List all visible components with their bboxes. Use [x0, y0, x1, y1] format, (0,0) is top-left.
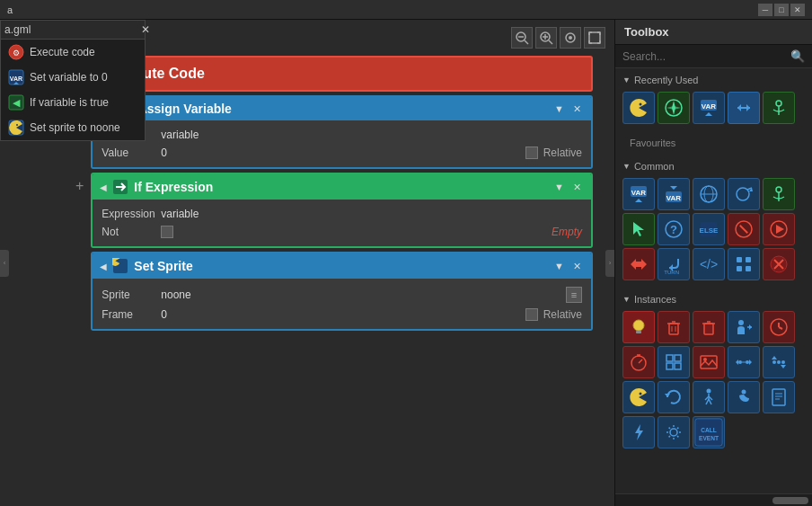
toolbox-icon-common-var-up[interactable]: VAR [658, 178, 690, 210]
add-before-if-button[interactable]: + [72, 174, 87, 198]
toolbox-icon-trash2[interactable] [693, 311, 725, 343]
svg-text:⚙: ⚙ [13, 49, 20, 58]
assign-relative-label: Relative [543, 146, 582, 159]
svg-rect-73 [746, 266, 751, 271]
toolbox-icon-question[interactable]: ? [658, 213, 690, 245]
toolbox-icon-person-arrow[interactable] [728, 311, 760, 343]
fit-screen-button[interactable] [584, 27, 605, 49]
svg-line-92 [779, 327, 782, 329]
assign-value-label: Value [102, 146, 155, 159]
bottom-scroll-thumb[interactable] [772, 497, 808, 504]
toolbox-icon-play[interactable] [763, 213, 795, 245]
close-button[interactable]: ✕ [790, 4, 805, 16]
toolbox-icon-paper[interactable] [763, 381, 795, 413]
dropdown-item-set-sprite[interactable]: Set sprite to noone [1, 115, 145, 140]
toolbox-icon-dots-arrows[interactable] [728, 346, 760, 378]
toolbox-icon-pacman[interactable] [622, 92, 655, 124]
toolbox-icon-grid-dots[interactable] [728, 248, 760, 280]
if-collapse-icon[interactable]: ◀ [100, 182, 107, 192]
toolbox-favourites-section: Favourites [615, 131, 812, 155]
toolbox-icon-common-var-down[interactable]: VAR [622, 178, 655, 210]
dropdown-item-set-variable[interactable]: VAR Set variable to 0 [1, 65, 145, 90]
set-variable-icon: VAR [8, 69, 24, 85]
zoom-in-button[interactable] [535, 27, 557, 49]
if-expression-dropdown-button[interactable]: ▼ [552, 181, 567, 194]
toolbox-search-input[interactable] [622, 50, 787, 63]
toolbox-icon-double-arrow[interactable] [622, 248, 655, 280]
toolbox-icon-else[interactable]: ELSE [693, 213, 725, 245]
dropdown-search: ✕ [1, 21, 145, 40]
toolbox-icon-code[interactable]: </> [693, 248, 725, 280]
toolbox-icon-grid2[interactable] [658, 346, 690, 378]
assign-variable-close-button[interactable]: ✕ [570, 102, 584, 116]
toolbox-icon-return[interactable]: RETURN [658, 248, 690, 280]
toolbox-icon-trash[interactable] [658, 311, 690, 343]
toolbox-icon-anchor2[interactable] [763, 178, 795, 210]
svg-line-13 [549, 40, 552, 44]
toolbox-icon-anchor[interactable] [763, 92, 795, 124]
dropdown-search-input[interactable] [4, 23, 139, 36]
assign-relative-checkbox[interactable] [525, 146, 538, 159]
svg-text:CALL: CALL [701, 427, 717, 433]
set-sprite-dropdown-button[interactable]: ▼ [552, 260, 567, 273]
zoom-reset-button[interactable] [560, 27, 581, 49]
toolbox-icon-globe-arrow[interactable] [728, 178, 760, 210]
toolbox-icon-lightning[interactable] [622, 416, 655, 448]
toolbox-icon-clock[interactable] [763, 311, 795, 343]
svg-point-109 [777, 360, 781, 364]
svg-point-113 [640, 393, 642, 395]
canvas-left-handle[interactable]: ‹ [0, 250, 9, 277]
svg-point-110 [781, 360, 785, 364]
set-sprite-controls: ▼ ✕ [552, 260, 584, 273]
if-expression-close-button[interactable]: ✕ [570, 181, 584, 194]
sprite-frame-field: Frame 0 Relative [102, 306, 582, 324]
svg-point-17 [569, 36, 572, 40]
toolbox-icon-timer[interactable] [622, 346, 655, 378]
svg-point-108 [772, 360, 776, 364]
toolbox-icon-compass[interactable] [658, 92, 690, 124]
toolbox-icon-globe[interactable] [693, 178, 725, 210]
svg-point-115 [707, 389, 711, 394]
maximize-button[interactable]: □ [774, 4, 789, 16]
assign-variable-controls: ▼ ✕ [552, 102, 584, 116]
toolbox-icon-gear[interactable] [658, 416, 690, 448]
toolbox-icon-dots2[interactable] [763, 346, 795, 378]
svg-marker-106 [736, 360, 738, 365]
svg-text:VAR: VAR [10, 75, 22, 82]
sprite-relative-checkbox[interactable] [525, 308, 538, 321]
toolbox-icon-pacman2[interactable] [622, 381, 655, 413]
dropdown-item-if-variable[interactable]: ◀ If variable is true [1, 90, 145, 115]
toolbox-icon-bulb[interactable] [622, 311, 655, 343]
toolbox-icon-refresh[interactable] [658, 381, 690, 413]
set-sprite-close-button[interactable]: ✕ [570, 260, 584, 273]
toolbox-icon-arrows[interactable] [728, 92, 760, 124]
dropdown-close-icon[interactable]: ✕ [139, 23, 152, 36]
assign-variable-dropdown-button[interactable]: ▼ [552, 102, 567, 116]
toolbox-icon-call-event[interactable]: CALL EVENT [693, 416, 725, 448]
sprite-file-icon[interactable]: ≡ [566, 287, 582, 303]
svg-point-8 [16, 124, 18, 126]
set-sprite-title: Set Sprite [134, 259, 546, 273]
dropdown-menu: ✕ ⚙ Execute code VAR [0, 20, 146, 141]
svg-rect-84 [704, 324, 713, 334]
toolbox-icon-cancel[interactable] [728, 213, 760, 245]
sprite-collapse-icon[interactable]: ◀ [100, 262, 107, 271]
svg-text:VAR: VAR [702, 102, 717, 111]
toolbox-icon-crouch[interactable] [728, 381, 760, 413]
instances-arrow-icon: ▼ [622, 295, 631, 304]
if-expression-header: ◀ If Expression ▼ ✕ [93, 174, 591, 200]
toolbox-icon-cursor[interactable] [622, 213, 655, 245]
dropdown-item-execute-code[interactable]: ⚙ Execute code [1, 40, 145, 65]
toolbox-icon-var-down[interactable]: VAR [693, 92, 725, 124]
svg-point-42 [776, 101, 781, 106]
svg-line-10 [525, 40, 528, 44]
svg-point-53 [737, 188, 749, 200]
if-not-checkbox[interactable] [161, 226, 173, 238]
toolbox-icon-walk[interactable] [693, 381, 725, 413]
canvas-right-handle[interactable]: › [605, 250, 614, 277]
toolbox-icon-picture[interactable] [693, 346, 725, 378]
zoom-out-button[interactable] [511, 27, 533, 49]
toolbox-icon-xmark[interactable] [763, 248, 795, 280]
minimize-button[interactable]: ─ [758, 4, 772, 16]
toolbox-bottom-scrollbar[interactable] [615, 493, 812, 506]
